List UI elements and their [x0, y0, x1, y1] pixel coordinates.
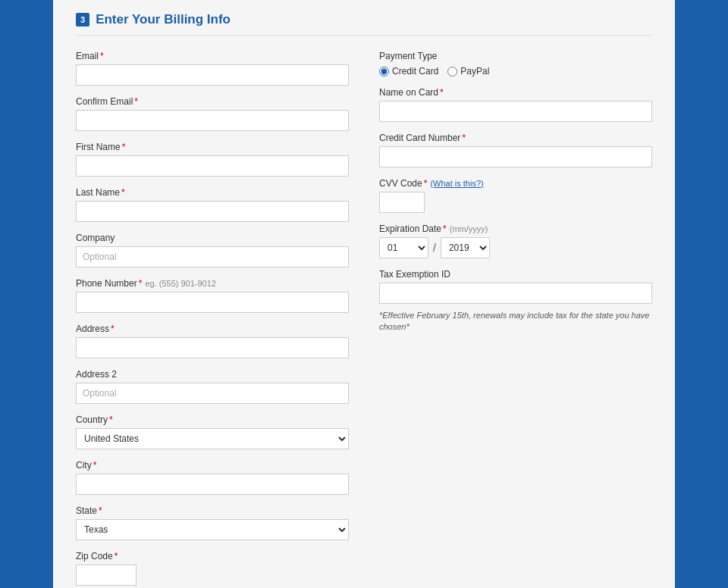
expiration-date-row: 01 02 03 04 05 06 07 08 09 10 11 12	[379, 237, 652, 258]
payment-type-group: Payment Type Credit Card PayPal	[379, 51, 652, 77]
city-group: City*	[76, 460, 349, 495]
confirm-email-label: Confirm Email*	[76, 96, 349, 107]
country-label: Country*	[76, 414, 349, 425]
address2-input[interactable]	[76, 383, 349, 404]
form-right: Payment Type Credit Card PayPal	[379, 51, 652, 586]
cvv-code-group: CVV Code*(What is this?)	[379, 178, 652, 213]
expiration-separator: /	[433, 242, 436, 254]
company-input[interactable]	[76, 246, 349, 267]
form-body: Email* Confirm Email* First Name*	[76, 51, 652, 586]
phone-label: Phone Number*eg. (555) 901-9012	[76, 278, 349, 289]
address-label: Address*	[76, 324, 349, 334]
expiration-date-group: Expiration Date*(mm/yyyy) 01 02 03 04 05…	[379, 224, 652, 258]
tax-exemption-label: Tax Exemption ID	[379, 269, 652, 280]
zip-code-label: Zip Code*	[76, 551, 349, 561]
cvv-code-input[interactable]	[379, 192, 425, 213]
credit-card-number-label: Credit Card Number*	[379, 133, 652, 143]
section-title: Enter Your Billing Info	[96, 12, 231, 27]
cvv-what-is-this-link[interactable]: (What is this?)	[430, 179, 483, 188]
state-label: State*	[76, 505, 349, 516]
zip-code-input[interactable]	[76, 565, 136, 586]
step-icon: 3	[76, 13, 89, 27]
confirm-email-input[interactable]	[76, 110, 349, 131]
phone-group: Phone Number*eg. (555) 901-9012	[76, 278, 349, 313]
name-on-card-label: Name on Card*	[379, 87, 652, 98]
company-group: Company	[76, 233, 349, 267]
expiration-date-label: Expiration Date*(mm/yyyy)	[379, 224, 652, 234]
last-name-input[interactable]	[76, 201, 349, 222]
expiration-month-select[interactable]: 01 02 03 04 05 06 07 08 09 10 11 12	[379, 237, 428, 258]
section-header: 3 Enter Your Billing Info	[76, 12, 652, 36]
email-label: Email*	[76, 51, 349, 61]
payment-type-label: Payment Type	[379, 51, 652, 61]
last-name-label: Last Name*	[76, 187, 349, 198]
address-input[interactable]	[76, 337, 349, 358]
form-left: Email* Confirm Email* First Name*	[76, 51, 349, 586]
zip-code-group: Zip Code*	[76, 551, 349, 586]
expiration-year-select[interactable]: 2019 2020 2021 2022 2023 2024 2025	[441, 237, 490, 258]
credit-card-number-group: Credit Card Number*	[379, 133, 652, 167]
first-name-group: First Name*	[76, 142, 349, 177]
email-group: Email*	[76, 51, 349, 86]
credit-card-radio[interactable]	[379, 67, 389, 77]
address2-label: Address 2	[76, 369, 349, 380]
credit-card-number-input[interactable]	[379, 146, 652, 167]
address2-group: Address 2	[76, 369, 349, 404]
country-select[interactable]: United States Canada United Kingdom Aust…	[76, 428, 349, 449]
company-label: Company	[76, 233, 349, 243]
last-name-group: Last Name*	[76, 187, 349, 222]
paypal-radio-label[interactable]: PayPal	[447, 66, 489, 77]
state-select[interactable]: Texas California New York Florida Other	[76, 519, 349, 540]
paypal-radio[interactable]	[447, 67, 457, 77]
first-name-input[interactable]	[76, 155, 349, 177]
city-input[interactable]	[76, 474, 349, 495]
name-on-card-input[interactable]	[379, 101, 652, 122]
tax-exemption-input[interactable]	[379, 283, 652, 304]
confirm-email-group: Confirm Email*	[76, 96, 349, 131]
form-card: 3 Enter Your Billing Info Email* Confirm…	[53, 0, 675, 588]
tax-exemption-group: Tax Exemption ID *Effective February 15t…	[379, 269, 652, 333]
phone-input[interactable]	[76, 292, 349, 313]
first-name-label: First Name*	[76, 142, 349, 152]
tax-note: *Effective February 15th, renewals may i…	[379, 310, 652, 333]
payment-type-row: Credit Card PayPal	[379, 66, 652, 77]
address-group: Address*	[76, 324, 349, 358]
name-on-card-group: Name on Card*	[379, 87, 652, 122]
email-input[interactable]	[76, 64, 349, 86]
country-group: Country* United States Canada United Kin…	[76, 414, 349, 449]
credit-card-radio-label[interactable]: Credit Card	[379, 66, 438, 77]
city-label: City*	[76, 460, 349, 471]
page-container: 3 Enter Your Billing Info Email* Confirm…	[0, 0, 728, 588]
state-group: State* Texas California New York Florida…	[76, 505, 349, 540]
cvv-code-label: CVV Code*(What is this?)	[379, 178, 652, 189]
